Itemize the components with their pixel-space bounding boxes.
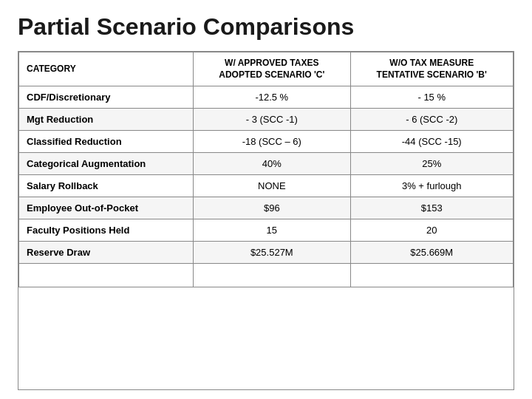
- table-row: Classified Reduction-18 (SCC – 6)-44 (SC…: [19, 131, 514, 153]
- cell-r4-c1: NONE: [194, 175, 350, 197]
- cell-r3-c1: 40%: [194, 153, 350, 175]
- col-header-col2: W/O TAX MEASURETENTATIVE SCENARIO 'B': [350, 52, 514, 86]
- table-container: CATEGORYW/ APPROVED TAXESADOPTED SCENARI…: [18, 51, 514, 390]
- cell-r7-c1: $25.527M: [194, 242, 350, 264]
- cell-r6-c2: 20: [350, 219, 514, 242]
- cell-r2-c1: -18 (SCC – 6): [194, 131, 350, 153]
- cell-r1-c2: - 6 (SCC -2): [350, 109, 514, 131]
- cell-r8-c2: [350, 264, 514, 287]
- cell-r4-c0: Salary Rollback: [19, 175, 194, 197]
- cell-r6-c1: 15: [194, 219, 350, 242]
- cell-r2-c2: -44 (SCC -15): [350, 131, 514, 153]
- cell-r5-c2: $153: [350, 197, 514, 219]
- cell-r3-c2: 25%: [350, 153, 514, 175]
- table-row: Mgt Reduction- 3 (SCC -1)- 6 (SCC -2): [19, 109, 514, 131]
- cell-r0-c2: - 15 %: [350, 86, 514, 109]
- table-row: Salary RollbackNONE3% + furlough: [19, 175, 514, 197]
- cell-r5-c0: Employee Out-of-Pocket: [19, 197, 194, 219]
- table-row: CDF/Discretionary-12.5 %- 15 %: [19, 86, 514, 109]
- cell-r1-c1: - 3 (SCC -1): [194, 109, 350, 131]
- table-row: Categorical Augmentation40%25%: [19, 153, 514, 175]
- page-title: Partial Scenario Comparisons: [18, 13, 514, 41]
- table-row: Employee Out-of-Pocket$96$153: [19, 197, 514, 219]
- col-header-col1: W/ APPROVED TAXESADOPTED SCENARIO 'C': [194, 52, 350, 86]
- table-row: Faculty Positions Held1520: [19, 219, 514, 242]
- cell-r4-c2: 3% + furlough: [350, 175, 514, 197]
- page: Partial Scenario Comparisons CATEGORYW/ …: [0, 0, 532, 399]
- col-header-category: CATEGORY: [19, 52, 194, 86]
- cell-r5-c1: $96: [194, 197, 350, 219]
- cell-r0-c1: -12.5 %: [194, 86, 350, 109]
- cell-r7-c2: $25.669M: [350, 242, 514, 264]
- cell-r7-c0: Reserve Draw: [19, 242, 194, 264]
- cell-r6-c0: Faculty Positions Held: [19, 219, 194, 242]
- cell-r1-c0: Mgt Reduction: [19, 109, 194, 131]
- cell-r8-c0: [19, 264, 194, 287]
- table-row: Reserve Draw$25.527M$25.669M: [19, 242, 514, 264]
- cell-r8-c1: [194, 264, 350, 287]
- cell-r2-c0: Classified Reduction: [19, 131, 194, 153]
- comparison-table: CATEGORYW/ APPROVED TAXESADOPTED SCENARI…: [18, 52, 514, 287]
- table-row: [19, 264, 514, 287]
- cell-r0-c0: CDF/Discretionary: [19, 86, 194, 109]
- cell-r3-c0: Categorical Augmentation: [19, 153, 194, 175]
